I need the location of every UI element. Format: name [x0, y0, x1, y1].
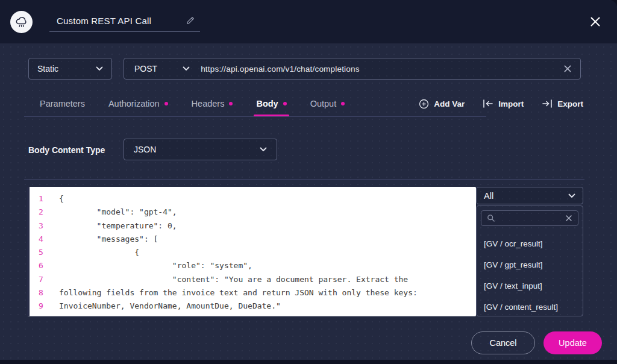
tab-label: Parameters: [40, 99, 85, 108]
editor-line: 5 {: [30, 246, 476, 259]
tab-authorization[interactable]: Authorization: [108, 91, 169, 116]
tab-bar: ParametersAuthorizationHeadersBodyOutput: [39, 91, 345, 116]
clear-url-icon[interactable]: [563, 64, 572, 73]
line-number: 6: [30, 259, 59, 272]
cancel-button[interactable]: Cancel: [471, 331, 535, 354]
chevron-down-icon: [183, 66, 190, 71]
line-code: "content": "You are a document parser. E…: [59, 273, 408, 286]
modal-header: Custom REST API Call: [0, 0, 617, 43]
close-modal-button[interactable]: [589, 16, 601, 28]
tab-label: Body: [256, 99, 278, 108]
line-number: 2: [30, 206, 59, 219]
editor-line: 3 "temperature": 0,: [30, 219, 476, 233]
page-background: Custom REST API Call Static: [0, 0, 617, 364]
section-divider: [24, 179, 584, 180]
variable-list-item[interactable]: [GV / gpt_result]: [477, 254, 583, 275]
tab-body[interactable]: Body: [255, 91, 287, 116]
line-code: "role": "system",: [59, 259, 252, 272]
tab-status-dot: [283, 102, 287, 105]
line-number: 7: [30, 273, 59, 286]
footer-buttons: Cancel Update: [471, 331, 602, 354]
method-select[interactable]: POST: [124, 64, 201, 74]
variable-list-item[interactable]: [GV / content_result]: [477, 297, 583, 318]
export-icon: [542, 99, 553, 108]
mode-select-value: Static: [37, 64, 58, 74]
url-input[interactable]: https://api.openai.com/v1/chat/completio…: [201, 64, 563, 74]
line-number: 3: [30, 219, 59, 233]
chevron-down-icon: [260, 147, 267, 152]
editor-line: 6 "role": "system",: [30, 259, 476, 272]
tab-status-dot: [229, 102, 233, 105]
request-url-box: POST https://api.openai.com/v1/chat/comp…: [124, 58, 581, 80]
line-number: 8: [30, 286, 59, 300]
variable-list: [GV / ocr_result][GV / gpt_result][GV / …: [477, 233, 583, 318]
editor-line: 4 "messages": [: [30, 233, 476, 246]
line-code: following fields from the invoice text a…: [59, 286, 418, 300]
line-number: 1: [30, 192, 59, 206]
method-select-value: POST: [134, 64, 157, 74]
tab-label: Authorization: [108, 99, 160, 108]
chevron-down-icon: [96, 66, 103, 71]
chevron-down-icon: [568, 193, 575, 198]
line-code: "temperature": 0,: [59, 219, 177, 233]
body-content-type-label: Body Content Type: [28, 145, 105, 155]
editor-line: 7 "content": "You are a document parser.…: [30, 273, 476, 286]
line-code: InvoiceNumber, VendorName, AmountDue, Du…: [59, 300, 281, 313]
workflow-title: Custom REST API Call: [57, 16, 151, 26]
variables-panel: [GV / ocr_result][GV / gpt_result][GV / …: [476, 206, 583, 316]
close-icon: [589, 16, 601, 28]
toolbar: Add Var Import Export: [419, 91, 583, 116]
clear-search-icon[interactable]: [565, 215, 572, 222]
content-type-select[interactable]: JSON: [124, 139, 277, 160]
search-icon: [487, 214, 495, 222]
tabs-divider: [24, 116, 486, 117]
import-button[interactable]: Import: [483, 99, 524, 108]
line-code: "messages": [: [59, 233, 158, 246]
variable-list-item[interactable]: [GV / ocr_result]: [477, 233, 583, 254]
cloud-rain-icon: [14, 15, 28, 29]
add-var-button[interactable]: Add Var: [419, 99, 465, 109]
tab-label: Headers: [192, 99, 225, 108]
editor-line: 8following fields from the invoice text …: [30, 286, 476, 300]
line-number: 4: [30, 233, 59, 246]
line-number: 9: [30, 300, 59, 313]
custom-rest-api-modal: Custom REST API Call Static: [0, 0, 617, 360]
line-code: "model": "gpt-4",: [59, 206, 177, 219]
tab-status-dot: [164, 102, 168, 105]
tab-headers[interactable]: Headers: [191, 91, 234, 116]
workflow-title-field[interactable]: Custom REST API Call: [49, 12, 200, 32]
edit-pencil-icon[interactable]: [186, 16, 195, 25]
editor-line: 2 "model": "gpt-4",: [30, 206, 476, 219]
json-body-editor[interactable]: 1{2 "model": "gpt-4",3 "temperature": 0,…: [27, 187, 476, 316]
add-var-label: Add Var: [434, 99, 465, 108]
editor-line: 1{: [30, 192, 476, 206]
line-code: {: [59, 192, 64, 206]
import-icon: [483, 99, 493, 108]
tab-parameters[interactable]: Parameters: [39, 91, 86, 116]
export-button[interactable]: Export: [542, 99, 583, 108]
mode-select[interactable]: Static: [28, 58, 112, 80]
tab-status-dot: [341, 102, 345, 105]
cloud-app-icon: [10, 11, 33, 33]
export-label: Export: [557, 99, 583, 108]
variable-search-box: [481, 210, 578, 226]
import-label: Import: [498, 99, 524, 108]
variable-filter-select[interactable]: All: [476, 187, 583, 204]
circle-plus-icon: [419, 99, 429, 109]
editor-line: 9InvoiceNumber, VendorName, AmountDue, D…: [30, 300, 476, 313]
line-number: 5: [30, 246, 59, 259]
line-code: {: [59, 246, 139, 259]
variable-filter-value: All: [484, 191, 493, 201]
variable-search-input[interactable]: [499, 214, 562, 223]
tab-output[interactable]: Output: [310, 91, 346, 116]
tab-label: Output: [310, 99, 337, 108]
content-type-select-value: JSON: [134, 145, 156, 154]
update-button[interactable]: Update: [543, 331, 602, 354]
variable-list-item[interactable]: [GV / text_input]: [477, 275, 583, 297]
